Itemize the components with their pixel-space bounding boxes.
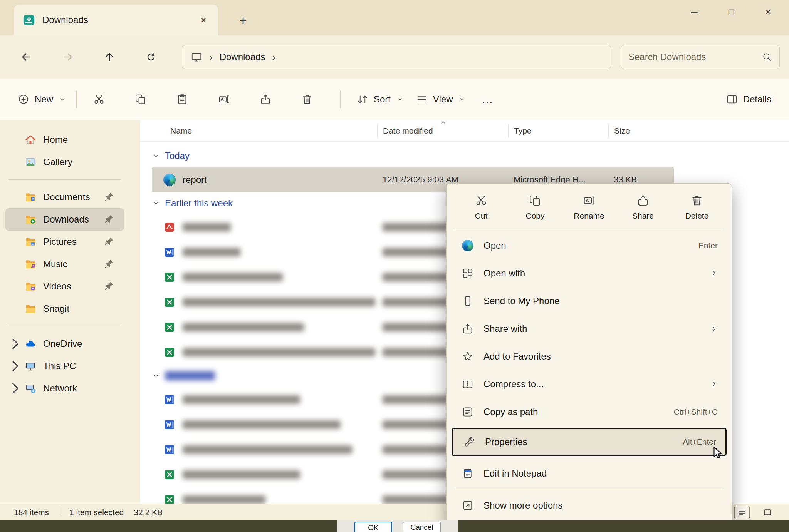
plus-circle-icon bbox=[18, 94, 29, 105]
column-header-label: Name bbox=[170, 126, 192, 136]
search-box[interactable] bbox=[621, 45, 780, 69]
column-header-date-modified[interactable]: Date modified bbox=[377, 124, 508, 138]
quick-action-cut[interactable]: Cut bbox=[459, 190, 504, 224]
copy-path-icon bbox=[461, 406, 474, 418]
menu-item-show-more-options[interactable]: Show more options bbox=[450, 492, 728, 519]
sidebar-item-music[interactable]: Music bbox=[5, 253, 124, 275]
details-view-toggle[interactable] bbox=[734, 506, 750, 519]
quick-action-share[interactable]: Share bbox=[621, 190, 665, 224]
redacted-group-label bbox=[165, 371, 215, 380]
menu-item-open-with[interactable]: Open with bbox=[450, 259, 728, 287]
breadcrumb-separator: › bbox=[272, 52, 275, 62]
share-icon bbox=[637, 194, 649, 207]
tab-close-icon[interactable]: × bbox=[196, 12, 211, 28]
share-icon bbox=[260, 94, 271, 105]
details-pane-button[interactable]: Details bbox=[720, 89, 777, 110]
share-button[interactable] bbox=[253, 87, 278, 112]
chevron-right-icon[interactable] bbox=[7, 336, 23, 352]
thumbnail-view-toggle[interactable] bbox=[760, 506, 775, 519]
sidebar-item-home[interactable]: Home bbox=[5, 129, 124, 151]
word-icon bbox=[163, 443, 176, 456]
menu-item-properties[interactable]: PropertiesAlt+Enter bbox=[452, 428, 726, 456]
chevron-right-icon[interactable] bbox=[7, 380, 23, 396]
sidebar-item-documents[interactable]: Documents bbox=[5, 186, 124, 208]
sidebar-item-label: Downloads bbox=[43, 214, 102, 225]
edge-icon bbox=[163, 174, 176, 186]
tab-title: Downloads bbox=[42, 15, 189, 25]
command-toolbar: New Sort View … bbox=[0, 79, 789, 120]
delete-icon bbox=[301, 94, 313, 105]
sidebar-item-pictures[interactable]: Pictures bbox=[5, 231, 124, 253]
menu-item-label: Open bbox=[483, 240, 689, 251]
window-controls: ─ □ × bbox=[676, 0, 787, 24]
view-button[interactable]: View bbox=[410, 89, 472, 110]
menu-item-copy-as-path[interactable]: Copy as pathCtrl+Shift+C bbox=[450, 398, 728, 426]
toolbar-divider bbox=[340, 90, 341, 108]
menu-item-send-to-my-phone[interactable]: Send to My Phone bbox=[450, 287, 728, 315]
file-explorer-window: Downloads × + ─ □ × › Downloads › bbox=[0, 0, 789, 520]
file-name-cell bbox=[152, 246, 377, 258]
sidebar-item-label: Gallery bbox=[43, 157, 120, 167]
forward-button[interactable] bbox=[57, 46, 79, 68]
menu-item-share-with[interactable]: Share with bbox=[450, 315, 728, 343]
quick-action-delete[interactable]: Delete bbox=[675, 190, 719, 224]
sidebar-item-label: Network bbox=[43, 383, 120, 394]
paste-button[interactable] bbox=[170, 87, 195, 112]
close-button[interactable]: × bbox=[750, 0, 787, 24]
cut-button[interactable] bbox=[87, 87, 111, 112]
breadcrumb[interactable]: › Downloads › bbox=[182, 45, 611, 69]
group-header-today[interactable]: Today bbox=[152, 145, 789, 167]
quick-action-rename[interactable]: Rename bbox=[567, 190, 611, 224]
cancel-button[interactable]: Cancel bbox=[403, 522, 441, 532]
quick-action-copy[interactable]: Copy bbox=[513, 190, 557, 224]
rename-icon bbox=[583, 194, 595, 207]
menu-item-open[interactable]: OpenEnter bbox=[450, 232, 728, 259]
redacted-file-name bbox=[183, 495, 265, 504]
maximize-button[interactable]: □ bbox=[713, 0, 750, 24]
sidebar-item-label: Music bbox=[43, 259, 102, 269]
notepad-icon bbox=[461, 468, 474, 479]
menu-item-label: Open with bbox=[483, 268, 701, 279]
search-input[interactable] bbox=[628, 52, 762, 62]
chevron-down-icon bbox=[396, 95, 404, 103]
chevron-right-icon[interactable] bbox=[7, 358, 23, 374]
tab-downloads[interactable]: Downloads × bbox=[14, 5, 218, 35]
copy-button[interactable] bbox=[128, 87, 153, 112]
sidebar-item-onedrive[interactable]: OneDrive bbox=[5, 333, 124, 355]
more-options-button[interactable]: … bbox=[472, 93, 503, 106]
sidebar-item-gallery[interactable]: Gallery bbox=[5, 151, 124, 173]
menu-item-shortcut: Enter bbox=[698, 241, 718, 250]
pin-icon bbox=[103, 191, 115, 203]
column-header-size[interactable]: Size bbox=[608, 124, 674, 138]
rename-button[interactable] bbox=[212, 87, 236, 112]
refresh-button[interactable] bbox=[140, 46, 162, 68]
column-header-name[interactable]: Name bbox=[152, 124, 377, 138]
menu-item-add-to-favorites[interactable]: Add to Favorites bbox=[450, 343, 728, 370]
column-header-type[interactable]: Type bbox=[508, 124, 608, 138]
ok-button[interactable]: OK bbox=[354, 522, 392, 532]
menu-item-compress-to[interactable]: Compress to... bbox=[450, 370, 728, 398]
sort-button[interactable]: Sort bbox=[351, 89, 410, 110]
search-icon[interactable] bbox=[762, 52, 772, 62]
menu-item-edit-in-notepad[interactable]: Edit in Notepad bbox=[450, 460, 728, 487]
show-more-icon bbox=[461, 500, 474, 511]
redacted-file-name bbox=[183, 348, 375, 356]
menu-item-label: Compress to... bbox=[483, 379, 701, 390]
submenu-chevron-icon bbox=[710, 269, 718, 277]
menu-item-label: Share with bbox=[483, 323, 701, 334]
chevron-down-icon bbox=[59, 95, 66, 103]
up-button[interactable] bbox=[99, 46, 120, 68]
minimize-button[interactable]: ─ bbox=[676, 0, 713, 24]
new-button[interactable]: New bbox=[12, 89, 72, 110]
breadcrumb-location[interactable]: Downloads bbox=[220, 52, 265, 62]
sidebar-item-snagit[interactable]: Snagit bbox=[5, 298, 124, 320]
menu-item-label: Properties bbox=[485, 437, 673, 447]
new-tab-button[interactable]: + bbox=[234, 12, 252, 29]
delete-button[interactable] bbox=[295, 87, 319, 112]
back-button[interactable] bbox=[15, 46, 37, 68]
sidebar-item-downloads[interactable]: Downloads bbox=[5, 208, 124, 231]
sidebar-item-videos[interactable]: Videos bbox=[5, 275, 124, 298]
sidebar-item-this-pc[interactable]: This PC bbox=[5, 355, 124, 377]
sidebar-item-network[interactable]: Network bbox=[5, 377, 124, 400]
gallery-icon bbox=[25, 156, 36, 168]
